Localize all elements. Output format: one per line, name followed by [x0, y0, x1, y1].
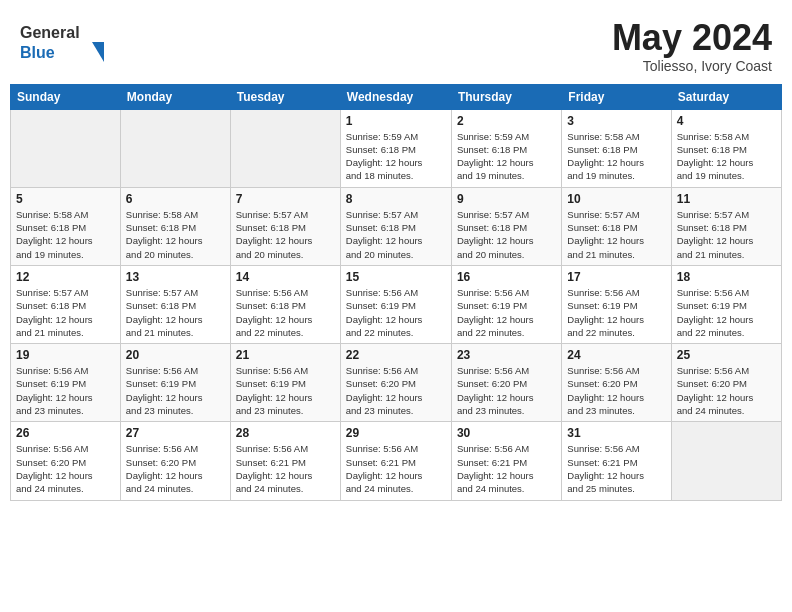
day-info: Sunrise: 5:57 AM Sunset: 6:18 PM Dayligh… [677, 208, 776, 261]
day-number: 2 [457, 114, 556, 128]
day-info: Sunrise: 5:56 AM Sunset: 6:20 PM Dayligh… [457, 364, 556, 417]
day-number: 1 [346, 114, 446, 128]
day-number: 22 [346, 348, 446, 362]
day-number: 16 [457, 270, 556, 284]
title-section: May 2024 Toliesso, Ivory Coast [612, 18, 772, 74]
day-info: Sunrise: 5:58 AM Sunset: 6:18 PM Dayligh… [677, 130, 776, 183]
calendar-week-1: 1Sunrise: 5:59 AM Sunset: 6:18 PM Daylig… [11, 109, 782, 187]
day-number: 12 [16, 270, 115, 284]
calendar-cell: 22Sunrise: 5:56 AM Sunset: 6:20 PM Dayli… [340, 344, 451, 422]
day-number: 19 [16, 348, 115, 362]
day-info: Sunrise: 5:56 AM Sunset: 6:21 PM Dayligh… [346, 442, 446, 495]
day-info: Sunrise: 5:56 AM Sunset: 6:19 PM Dayligh… [567, 286, 665, 339]
calendar-cell: 10Sunrise: 5:57 AM Sunset: 6:18 PM Dayli… [562, 187, 671, 265]
day-number: 13 [126, 270, 225, 284]
day-number: 9 [457, 192, 556, 206]
calendar-cell: 20Sunrise: 5:56 AM Sunset: 6:19 PM Dayli… [120, 344, 230, 422]
calendar-cell: 8Sunrise: 5:57 AM Sunset: 6:18 PM Daylig… [340, 187, 451, 265]
day-info: Sunrise: 5:56 AM Sunset: 6:21 PM Dayligh… [567, 442, 665, 495]
calendar-cell: 23Sunrise: 5:56 AM Sunset: 6:20 PM Dayli… [451, 344, 561, 422]
calendar-cell: 18Sunrise: 5:56 AM Sunset: 6:19 PM Dayli… [671, 265, 781, 343]
day-number: 3 [567, 114, 665, 128]
day-info: Sunrise: 5:57 AM Sunset: 6:18 PM Dayligh… [126, 286, 225, 339]
calendar-cell: 3Sunrise: 5:58 AM Sunset: 6:18 PM Daylig… [562, 109, 671, 187]
weekday-header-thursday: Thursday [451, 84, 561, 109]
day-number: 17 [567, 270, 665, 284]
day-number: 24 [567, 348, 665, 362]
day-number: 29 [346, 426, 446, 440]
day-number: 25 [677, 348, 776, 362]
calendar-cell: 21Sunrise: 5:56 AM Sunset: 6:19 PM Dayli… [230, 344, 340, 422]
day-info: Sunrise: 5:57 AM Sunset: 6:18 PM Dayligh… [346, 208, 446, 261]
day-number: 14 [236, 270, 335, 284]
day-number: 6 [126, 192, 225, 206]
day-number: 30 [457, 426, 556, 440]
day-info: Sunrise: 5:57 AM Sunset: 6:18 PM Dayligh… [457, 208, 556, 261]
calendar-title: May 2024 [612, 18, 772, 58]
day-number: 11 [677, 192, 776, 206]
day-number: 18 [677, 270, 776, 284]
day-info: Sunrise: 5:56 AM Sunset: 6:21 PM Dayligh… [236, 442, 335, 495]
day-info: Sunrise: 5:58 AM Sunset: 6:18 PM Dayligh… [126, 208, 225, 261]
calendar-week-2: 5Sunrise: 5:58 AM Sunset: 6:18 PM Daylig… [11, 187, 782, 265]
day-info: Sunrise: 5:56 AM Sunset: 6:20 PM Dayligh… [126, 442, 225, 495]
day-info: Sunrise: 5:57 AM Sunset: 6:18 PM Dayligh… [236, 208, 335, 261]
calendar-week-5: 26Sunrise: 5:56 AM Sunset: 6:20 PM Dayli… [11, 422, 782, 500]
calendar-cell: 26Sunrise: 5:56 AM Sunset: 6:20 PM Dayli… [11, 422, 121, 500]
day-info: Sunrise: 5:56 AM Sunset: 6:19 PM Dayligh… [16, 364, 115, 417]
calendar-cell: 15Sunrise: 5:56 AM Sunset: 6:19 PM Dayli… [340, 265, 451, 343]
day-info: Sunrise: 5:57 AM Sunset: 6:18 PM Dayligh… [16, 286, 115, 339]
day-number: 20 [126, 348, 225, 362]
day-number: 7 [236, 192, 335, 206]
day-info: Sunrise: 5:59 AM Sunset: 6:18 PM Dayligh… [457, 130, 556, 183]
day-number: 4 [677, 114, 776, 128]
day-number: 21 [236, 348, 335, 362]
day-number: 15 [346, 270, 446, 284]
weekday-header-wednesday: Wednesday [340, 84, 451, 109]
day-number: 10 [567, 192, 665, 206]
calendar-cell: 2Sunrise: 5:59 AM Sunset: 6:18 PM Daylig… [451, 109, 561, 187]
day-number: 31 [567, 426, 665, 440]
logo: General Blue [20, 18, 110, 63]
calendar-cell: 5Sunrise: 5:58 AM Sunset: 6:18 PM Daylig… [11, 187, 121, 265]
svg-text:General: General [20, 24, 80, 41]
day-number: 28 [236, 426, 335, 440]
day-info: Sunrise: 5:56 AM Sunset: 6:20 PM Dayligh… [567, 364, 665, 417]
day-number: 27 [126, 426, 225, 440]
calendar-cell [120, 109, 230, 187]
calendar-cell: 28Sunrise: 5:56 AM Sunset: 6:21 PM Dayli… [230, 422, 340, 500]
calendar-cell [230, 109, 340, 187]
weekday-header-friday: Friday [562, 84, 671, 109]
calendar-week-4: 19Sunrise: 5:56 AM Sunset: 6:19 PM Dayli… [11, 344, 782, 422]
calendar-table: SundayMondayTuesdayWednesdayThursdayFrid… [10, 84, 782, 501]
day-number: 5 [16, 192, 115, 206]
day-info: Sunrise: 5:56 AM Sunset: 6:20 PM Dayligh… [677, 364, 776, 417]
calendar-cell: 31Sunrise: 5:56 AM Sunset: 6:21 PM Dayli… [562, 422, 671, 500]
day-info: Sunrise: 5:56 AM Sunset: 6:19 PM Dayligh… [457, 286, 556, 339]
calendar-cell: 9Sunrise: 5:57 AM Sunset: 6:18 PM Daylig… [451, 187, 561, 265]
calendar-cell: 30Sunrise: 5:56 AM Sunset: 6:21 PM Dayli… [451, 422, 561, 500]
calendar-cell: 27Sunrise: 5:56 AM Sunset: 6:20 PM Dayli… [120, 422, 230, 500]
day-info: Sunrise: 5:58 AM Sunset: 6:18 PM Dayligh… [567, 130, 665, 183]
calendar-cell [671, 422, 781, 500]
day-info: Sunrise: 5:59 AM Sunset: 6:18 PM Dayligh… [346, 130, 446, 183]
svg-marker-1 [92, 42, 104, 62]
calendar-cell: 29Sunrise: 5:56 AM Sunset: 6:21 PM Dayli… [340, 422, 451, 500]
logo-svg: General Blue [20, 18, 110, 63]
weekday-header-monday: Monday [120, 84, 230, 109]
calendar-cell: 4Sunrise: 5:58 AM Sunset: 6:18 PM Daylig… [671, 109, 781, 187]
weekday-header-row: SundayMondayTuesdayWednesdayThursdayFrid… [11, 84, 782, 109]
calendar-cell [11, 109, 121, 187]
calendar-cell: 19Sunrise: 5:56 AM Sunset: 6:19 PM Dayli… [11, 344, 121, 422]
day-info: Sunrise: 5:56 AM Sunset: 6:18 PM Dayligh… [236, 286, 335, 339]
calendar-cell: 24Sunrise: 5:56 AM Sunset: 6:20 PM Dayli… [562, 344, 671, 422]
day-info: Sunrise: 5:57 AM Sunset: 6:18 PM Dayligh… [567, 208, 665, 261]
day-info: Sunrise: 5:56 AM Sunset: 6:20 PM Dayligh… [346, 364, 446, 417]
day-info: Sunrise: 5:56 AM Sunset: 6:20 PM Dayligh… [16, 442, 115, 495]
day-info: Sunrise: 5:56 AM Sunset: 6:21 PM Dayligh… [457, 442, 556, 495]
day-info: Sunrise: 5:56 AM Sunset: 6:19 PM Dayligh… [126, 364, 225, 417]
day-number: 23 [457, 348, 556, 362]
calendar-cell: 13Sunrise: 5:57 AM Sunset: 6:18 PM Dayli… [120, 265, 230, 343]
calendar-cell: 12Sunrise: 5:57 AM Sunset: 6:18 PM Dayli… [11, 265, 121, 343]
calendar-cell: 1Sunrise: 5:59 AM Sunset: 6:18 PM Daylig… [340, 109, 451, 187]
